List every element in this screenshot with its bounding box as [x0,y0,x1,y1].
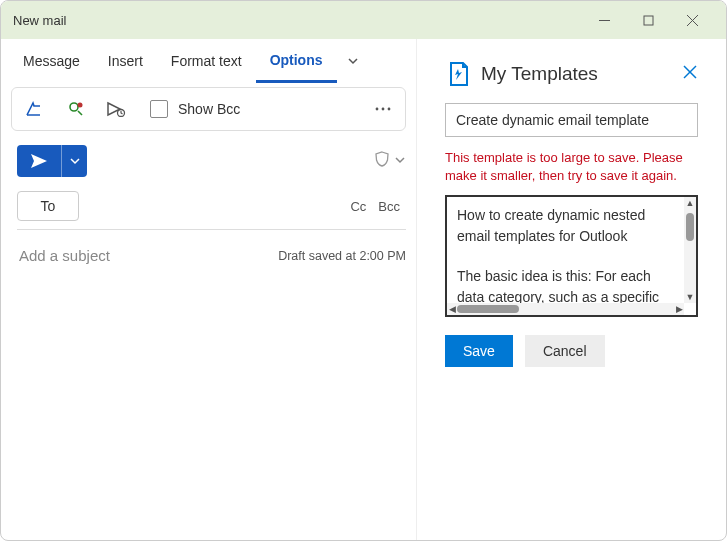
template-name-input[interactable] [445,103,698,137]
tab-format-text[interactable]: Format text [157,39,256,83]
cancel-button[interactable]: Cancel [525,335,605,367]
window-title: New mail [13,13,582,28]
toolbar-more-button[interactable] [367,107,399,111]
to-button[interactable]: To [17,191,79,221]
tab-insert[interactable]: Insert [94,39,157,83]
send-button[interactable] [17,145,61,177]
svg-point-9 [388,108,391,111]
svg-point-8 [382,108,385,111]
shield-icon[interactable] [374,151,390,171]
to-input[interactable] [79,194,344,218]
template-error-message: This template is too large to save. Plea… [445,149,698,185]
sensitivity-icon[interactable] [18,93,54,125]
save-button[interactable]: Save [445,335,513,367]
svg-point-4 [70,103,78,111]
template-body-input[interactable] [447,197,684,315]
panel-title: My Templates [481,63,682,85]
svg-point-5 [78,103,83,108]
panel-close-button[interactable] [682,64,698,84]
bcc-button[interactable]: Bcc [372,199,406,214]
horizontal-scroll-thumb[interactable] [457,305,519,313]
template-body-container: ▲ ▼ ◀ ▶ [445,195,698,317]
ribbon-tabs: Message Insert Format text Options [1,39,416,83]
delay-delivery-icon[interactable] [98,93,134,125]
draft-status-text: Draft saved at 2:00 PM [278,249,406,263]
vertical-scrollbar[interactable]: ▲ ▼ [684,197,696,303]
send-dropdown-button[interactable] [61,145,87,177]
encrypt-icon[interactable] [58,93,94,125]
templates-icon [445,61,471,87]
titlebar: New mail [1,1,726,39]
scroll-down-arrow-icon[interactable]: ▼ [685,292,695,302]
show-bcc-checkbox[interactable] [150,100,168,118]
svg-rect-1 [644,16,653,25]
scroll-left-arrow-icon[interactable]: ◀ [447,303,457,315]
templates-panel: My Templates This template is too large … [417,39,726,540]
options-toolbar: Show Bcc [11,87,406,131]
scroll-right-arrow-icon[interactable]: ▶ [674,303,684,315]
close-window-button[interactable] [670,1,714,39]
cc-button[interactable]: Cc [344,199,372,214]
tab-options[interactable]: Options [256,39,337,83]
scroll-up-arrow-icon[interactable]: ▲ [685,198,695,208]
maximize-button[interactable] [626,1,670,39]
security-dropdown-button[interactable] [394,152,406,170]
horizontal-scrollbar[interactable]: ◀ ▶ [447,303,684,315]
minimize-button[interactable] [582,1,626,39]
svg-point-7 [376,108,379,111]
show-bcc-label: Show Bcc [178,101,240,117]
tab-message[interactable]: Message [9,39,94,83]
send-button-group [17,145,87,177]
subject-input[interactable] [17,246,278,265]
tab-overflow-button[interactable] [337,55,369,67]
vertical-scroll-thumb[interactable] [686,213,694,241]
compose-pane: Message Insert Format text Options Show … [1,39,417,540]
